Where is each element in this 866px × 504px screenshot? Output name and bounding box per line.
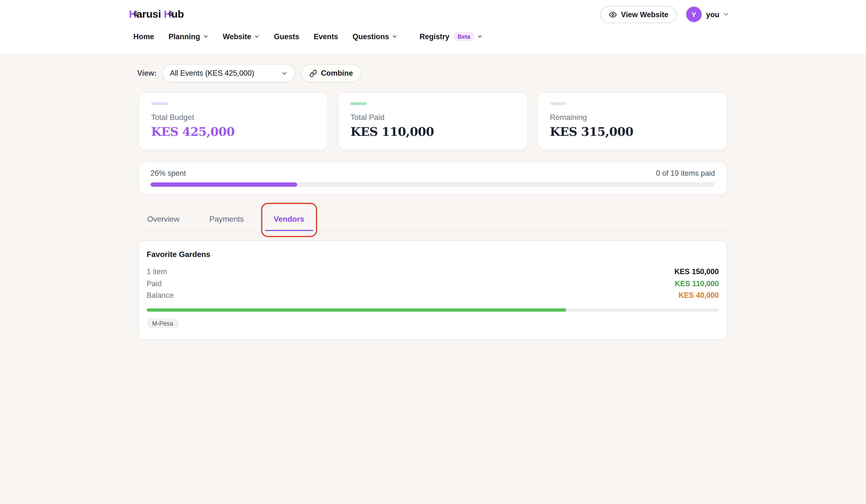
- chevron-down-icon: [392, 34, 397, 39]
- chevron-down-icon: [723, 11, 729, 18]
- nav-item-home[interactable]: Home: [133, 32, 154, 41]
- nav-item-events[interactable]: Events: [314, 32, 338, 41]
- vendor-row-balance: Balance KES 40,000: [147, 289, 719, 301]
- nav-item-planning[interactable]: Planning: [168, 32, 208, 41]
- main-nav: Home Planning Website Guests Events Ques…: [0, 28, 866, 45]
- nav-item-guests[interactable]: Guests: [274, 32, 299, 41]
- card-label: Total Budget: [151, 113, 315, 122]
- active-tab-underline: [265, 230, 313, 231]
- card-amount: KES 425,000: [151, 125, 315, 139]
- beta-badge: Beta: [454, 32, 474, 41]
- logo-segment: arusi: [136, 8, 164, 20]
- nav-item-website[interactable]: Website: [223, 32, 259, 41]
- row-value: KES 150,000: [674, 267, 719, 276]
- event-view-select[interactable]: All Events (KES 425,000): [162, 64, 296, 82]
- flourish-icon: [167, 10, 173, 17]
- row-label: Paid: [147, 279, 162, 288]
- link-icon: [309, 69, 317, 77]
- page-root: Harusi Hub View Website Y you Home Plann…: [0, 0, 866, 504]
- card-amount: KES 315,000: [550, 125, 714, 139]
- user-menu[interactable]: Y you: [686, 7, 729, 22]
- card-accent-dash: [550, 102, 567, 105]
- eye-icon: [609, 10, 617, 19]
- nav-item-questions[interactable]: Questions: [353, 32, 397, 41]
- tabs-row: Overview Payments Vendors: [138, 208, 727, 231]
- app-header: Harusi Hub View Website Y you Home Plann…: [0, 0, 866, 54]
- tab-vendors[interactable]: Vendors: [265, 208, 313, 230]
- vendor-name: Favorite Gardens: [147, 250, 719, 259]
- payment-method-tag: M-Pesa: [147, 318, 179, 328]
- card-label: Remaining: [550, 113, 714, 122]
- vendor-rows: 1 item KES 150,000 Paid KES 110,000 Bala…: [147, 266, 719, 301]
- vendor-row-items: 1 item KES 150,000: [147, 266, 719, 278]
- flourish-icon: [132, 10, 138, 17]
- budget-progress-card: 26% spent 0 of 19 items paid: [138, 161, 727, 195]
- app-logo[interactable]: Harusi Hub: [129, 8, 184, 20]
- vendor-progress-bar: [147, 308, 719, 312]
- budget-progress-bar: [151, 182, 715, 187]
- row-value: KES 40,000: [678, 291, 719, 299]
- spent-label: 26% spent: [151, 169, 186, 177]
- card-amount: KES 110,000: [351, 125, 515, 139]
- header-actions: View Website Y you: [600, 6, 729, 23]
- combine-label: Combine: [321, 69, 353, 77]
- main-content: View: All Events (KES 425,000) Combine T…: [138, 64, 727, 340]
- chevron-down-icon: [281, 70, 288, 76]
- chevron-down-icon: [254, 34, 259, 39]
- card-accent-dash: [151, 102, 168, 105]
- view-label: View:: [137, 69, 157, 77]
- nav-item-registry[interactable]: RegistryBeta: [420, 32, 482, 41]
- avatar-initial: Y: [691, 10, 696, 19]
- user-name: you: [706, 10, 719, 19]
- tab-overview[interactable]: Overview: [138, 208, 189, 230]
- remaining-card: Remaining KES 315,000: [537, 92, 727, 150]
- view-bar: View: All Events (KES 425,000) Combine: [137, 64, 727, 82]
- budget-progress-fill: [151, 182, 297, 187]
- budget-progress-header: 26% spent 0 of 19 items paid: [151, 169, 715, 177]
- summary-cards-row: Total Budget KES 425,000 Total Paid KES …: [138, 92, 727, 150]
- vendor-card: Favorite Gardens 1 item KES 150,000 Paid…: [138, 241, 727, 340]
- card-label: Total Paid: [351, 113, 515, 122]
- combine-button[interactable]: Combine: [301, 64, 362, 82]
- logo-segment: H: [164, 8, 171, 20]
- row-label: Balance: [147, 291, 174, 299]
- view-website-button[interactable]: View Website: [600, 6, 677, 23]
- items-paid-label: 0 of 19 items paid: [656, 169, 715, 177]
- vendor-row-paid: Paid KES 110,000: [147, 278, 719, 289]
- event-view-selected-value: All Events (KES 425,000): [170, 69, 254, 77]
- card-accent-dash: [351, 102, 367, 105]
- total-paid-card: Total Paid KES 110,000: [338, 92, 528, 150]
- view-website-label: View Website: [621, 10, 668, 19]
- total-budget-card: Total Budget KES 425,000: [138, 92, 329, 150]
- chevron-down-icon: [477, 34, 482, 39]
- chevron-down-icon: [203, 34, 208, 39]
- header-top-row: Harusi Hub View Website Y you: [0, 0, 866, 23]
- logo-segment: H: [129, 8, 136, 20]
- vendor-progress-fill: [147, 308, 566, 312]
- row-value: KES 110,000: [675, 279, 719, 288]
- avatar: Y: [686, 7, 702, 22]
- row-label: 1 item: [147, 267, 167, 276]
- tab-payments[interactable]: Payments: [200, 208, 253, 230]
